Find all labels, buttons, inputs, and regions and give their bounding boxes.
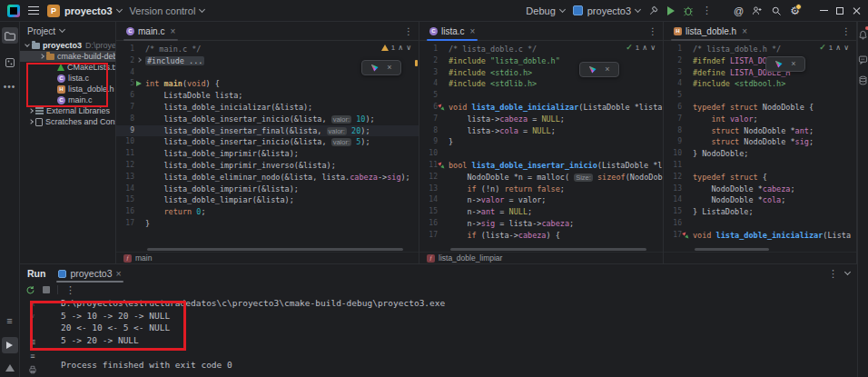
run-panel-options-icon[interactable]: ⋮ — [828, 269, 838, 279]
soft-wrap-icon[interactable]: ≡ — [30, 336, 35, 347]
nav-marker-icon[interactable] — [439, 104, 447, 112]
code-line[interactable]: 10 — [419, 148, 663, 160]
code-line[interactable]: 9 lista_doble_insertar_final(&lista, val… — [116, 125, 419, 137]
code-line[interactable]: 11bool lista_doble_insertar_inicio(Lista… — [419, 160, 663, 172]
problems-tool-icon[interactable] — [5, 364, 15, 372]
code-line[interactable]: 8 lista_doble_insertar_inicio(&lista, va… — [116, 114, 419, 125]
more-actions-icon[interactable]: ⋮ — [702, 5, 712, 15]
tree-item-lista.c[interactable]: Clista.c — [20, 73, 115, 84]
vcs-widget[interactable]: Version control — [130, 5, 205, 16]
code-line[interactable]: 10} NodoDoble; — [664, 148, 856, 160]
debug-mode-selector[interactable]: Debug — [526, 5, 564, 16]
tab-lista.c[interactable]: Clista.c× — [425, 22, 479, 41]
code-line[interactable]: 10 lista_doble_insertar_inicio(&lista, v… — [116, 136, 419, 148]
code-line[interactable]: 12 NodoDoble *n = malloc( Size: sizeof(N… — [419, 172, 663, 184]
scroll-to-end-icon[interactable]: ≡ — [30, 352, 35, 361]
horizontal-scrollbar[interactable] — [147, 248, 403, 251]
window-close-button[interactable] — [852, 6, 861, 15]
code-line[interactable]: 9} — [419, 136, 663, 148]
prev-problem-icon[interactable]: ∧ — [398, 44, 403, 52]
print-icon[interactable] — [28, 365, 37, 374]
close-icon[interactable]: × — [605, 65, 609, 74]
project-widget[interactable]: P proyecto3 — [47, 5, 122, 17]
code-line[interactable]: 6 ListaDoble lista; — [116, 90, 419, 102]
build-hammer-icon[interactable] — [648, 5, 659, 16]
run-more-icon[interactable]: ⋮ — [65, 285, 75, 295]
breadcrumb[interactable]: main — [135, 253, 152, 263]
code-area[interactable]: 1/* main.c */2#include ...45int main(voi… — [116, 42, 419, 252]
code-line[interactable]: 6typedef struct NodoDoble { — [664, 102, 856, 114]
tree-item-CMakeLists.txt[interactable]: CMakeLists.txt — [20, 62, 115, 73]
code-line[interactable]: 3#define LISTA_DOBLE_H — [664, 67, 856, 79]
ai-assistant-icon[interactable]: @ — [734, 5, 744, 16]
ai-prompt-widget[interactable]: × — [361, 60, 401, 75]
code-line[interactable]: 16 return 0; — [116, 206, 419, 218]
tree-item-Scratches and Consoles[interactable]: Scratches and Consoles — [20, 116, 115, 127]
prev-problem-icon[interactable]: ∧ — [642, 44, 647, 52]
inspections-widget[interactable]: 1∧∨ — [381, 44, 411, 52]
commit-tool-icon[interactable] — [2, 55, 18, 71]
code-line[interactable]: 14 NodoDoble *cola; — [664, 194, 856, 206]
window-minimize-button[interactable] — [820, 10, 828, 11]
ai-prompt-widget[interactable]: × — [579, 62, 619, 77]
project-panel-header[interactable]: Project — [20, 22, 115, 40]
code-line[interactable]: 4#include <stdbool.h> — [664, 78, 856, 90]
window-maximize-button[interactable] — [836, 7, 843, 15]
close-icon[interactable]: × — [387, 64, 391, 72]
code-line[interactable]: 11 lista_doble_imprimir(&lista); — [116, 148, 419, 160]
close-icon[interactable]: × — [470, 26, 476, 36]
next-problem-icon[interactable]: ∨ — [406, 44, 411, 52]
close-icon[interactable]: × — [791, 60, 795, 68]
tab-options-icon[interactable]: ⋮ — [404, 26, 413, 36]
code-line[interactable]: 5int main(void) { — [116, 78, 419, 90]
run-marker-icon[interactable] — [136, 81, 142, 86]
code-line[interactable]: 8 lista->cola = NULL; — [419, 125, 663, 137]
inspections-widget[interactable]: ✓1∧∨ — [819, 44, 849, 52]
code-line[interactable]: 5 — [419, 90, 663, 102]
next-problem-icon[interactable]: ∨ — [650, 44, 656, 52]
database-icon[interactable] — [858, 75, 868, 85]
code-line[interactable]: 7 int valor; — [664, 114, 856, 125]
project-tool-icon[interactable] — [2, 27, 18, 44]
code-line[interactable]: 13 lista_doble_eliminar_nodo(&lista, lis… — [116, 172, 419, 184]
code-line[interactable]: 16 — [664, 218, 856, 230]
code-line[interactable]: 16 n->sig = lista->cabeza; — [419, 218, 663, 230]
main-menu-icon[interactable] — [28, 6, 39, 15]
inspections-widget[interactable]: ✓1∧∨ — [626, 44, 656, 52]
horizontal-scrollbar[interactable] — [695, 248, 769, 251]
run-tool-icon[interactable] — [2, 337, 18, 353]
horizontal-scrollbar[interactable] — [450, 248, 646, 251]
run-config-selector[interactable]: proyecto3 — [573, 5, 640, 16]
stop-icon[interactable] — [43, 286, 50, 293]
tab-lista_doble.h[interactable]: Hlista_doble.h× — [669, 22, 752, 41]
prev-problem-icon[interactable]: ∧ — [835, 44, 841, 52]
fold-marker-icon[interactable] — [136, 57, 142, 63]
code-area[interactable]: 1/* lista_doble.c */2#include "lista_dob… — [419, 42, 663, 252]
run-tab-proyecto3[interactable]: proyecto3 × — [54, 264, 124, 283]
breadcrumb[interactable]: lista_doble_limpiar — [439, 253, 502, 263]
code-line[interactable]: 9 struct NodoDoble *sig; — [664, 136, 856, 148]
code-line[interactable]: 8 struct NodoDoble *ant; — [664, 125, 856, 137]
next-problem-icon[interactable]: ∨ — [843, 44, 849, 52]
code-line[interactable]: 15 lista_doble_limpiar(&lista); — [116, 194, 419, 206]
tree-item-lista_doble.h[interactable]: Hlista_doble.h — [20, 84, 115, 94]
code-line[interactable]: 6void lista_doble_inicializar(ListaDoble… — [419, 102, 663, 114]
tab-main.c[interactable]: Cmain.c× — [122, 22, 180, 41]
code-line[interactable]: 13 if (!n) return false; — [419, 184, 663, 195]
tree-item-cmake-build-debug[interactable]: cmake-build-debug — [20, 51, 115, 62]
debug-bug-icon[interactable] — [683, 5, 694, 16]
code-line[interactable]: 7 lista->cabeza = NULL; — [419, 114, 663, 125]
nav-marker-icon[interactable] — [683, 232, 691, 240]
nav-marker-icon[interactable] — [439, 162, 447, 170]
code-line[interactable]: 12 lista_doble_imprimir_inverso(&lista); — [116, 160, 419, 172]
tree-item-External Libraries[interactable]: External Libraries — [20, 105, 115, 116]
code-line[interactable]: 7 lista_doble_inicializar(&lista); — [116, 102, 419, 114]
next-occurrence-icon[interactable]: ∨ — [30, 313, 35, 320]
code-line[interactable]: 5 — [664, 90, 856, 102]
code-area[interactable]: 1/* lista_doble.h */2#ifndef LISTA_DOBLE… — [664, 42, 856, 252]
hide-panel-icon[interactable] — [844, 269, 851, 275]
rerun-icon[interactable] — [25, 285, 35, 295]
tab-options-icon[interactable]: ⋮ — [842, 26, 851, 36]
code-line[interactable]: 17} — [116, 218, 419, 230]
close-icon[interactable]: × — [116, 268, 122, 279]
